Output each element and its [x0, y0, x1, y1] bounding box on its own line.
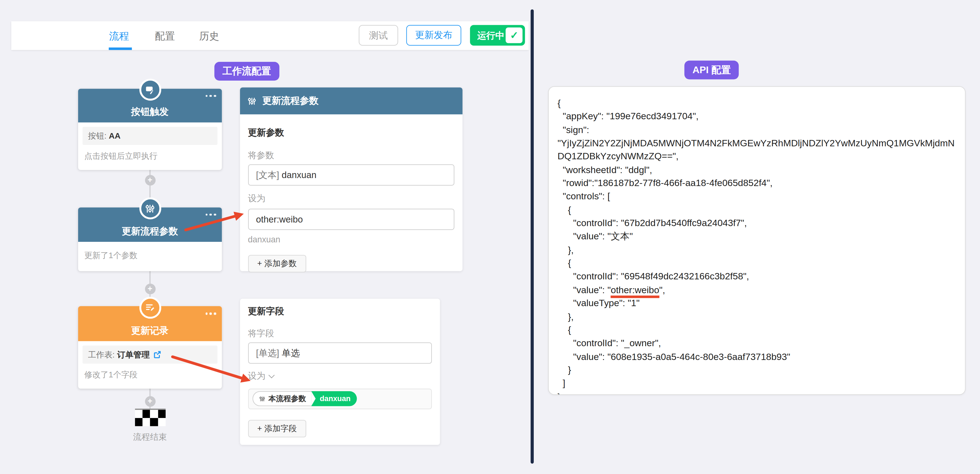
node-worksheet-row[interactable]: 工作表: 订单管理 — [82, 346, 217, 364]
node-more-icon[interactable] — [205, 313, 216, 315]
check-icon: ✓ — [505, 27, 524, 44]
update-fields-panel: 更新字段 将字段 [单选] 单选 设为 本流程参数 dan — [240, 298, 440, 445]
chevron-down-icon — [268, 372, 274, 378]
section-divider — [530, 9, 534, 464]
set-to-label[interactable]: 设为 — [248, 370, 432, 382]
param-label: 将参数 — [248, 150, 455, 161]
sliders-icon — [145, 203, 156, 214]
node-title: 按钮触发 — [78, 106, 221, 118]
field-label: 将字段 — [248, 328, 432, 339]
list-pencil-icon — [145, 302, 156, 313]
flow-end-label: 流程结束 — [106, 432, 194, 443]
api-config-panel: { "appKey": "199e76ecd3491704", "sign": … — [548, 86, 966, 395]
node-title: 更新流程参数 — [78, 225, 221, 237]
node-title: 更新记录 — [78, 325, 221, 337]
param-helper-text: danxuan — [248, 235, 455, 244]
add-node-button[interactable]: + — [145, 283, 155, 294]
sliders-icon — [258, 395, 266, 402]
field-select-input[interactable]: [单选] 单选 — [248, 342, 432, 363]
section-title: 更新参数 — [248, 127, 455, 138]
tab-config[interactable]: 配置 — [155, 30, 175, 43]
field-value-input[interactable]: 本流程参数 danxuan — [248, 388, 432, 409]
section-title: 更新字段 — [248, 298, 432, 317]
active-tab-indicator — [108, 48, 132, 50]
param-value-ribbon[interactable]: danxuan — [311, 391, 357, 406]
test-button[interactable]: 测试 — [359, 25, 398, 46]
add-node-button[interactable]: + — [145, 396, 155, 406]
node-description: 更新了1个参数 — [84, 250, 215, 261]
sliders-icon — [247, 96, 256, 106]
external-link-icon[interactable] — [153, 351, 161, 359]
param-select-input[interactable]: [文本] danxuan — [248, 164, 455, 186]
flow-end-flag-icon — [135, 408, 166, 426]
node-description: 点击按钮后立即执行 — [84, 150, 215, 162]
set-to-label: 设为 — [248, 193, 455, 204]
update-params-panel: 更新流程参数 更新参数 将参数 [文本] danxuan 设为 other:we… — [240, 87, 463, 271]
update-record-icon — [139, 297, 161, 318]
sliders-icon — [139, 197, 161, 219]
running-status-button[interactable]: 运行中 ✓ — [470, 25, 525, 46]
node-button-trigger[interactable]: 按钮触发 按钮: AA 点击按钮后立即执行 — [78, 89, 221, 170]
add-node-button[interactable]: + — [145, 175, 155, 185]
tab-flow[interactable]: 流程 — [109, 30, 129, 43]
workflow-config-badge: 工作流配置 — [214, 62, 279, 81]
add-field-button[interactable]: + 添加字段 — [248, 420, 306, 437]
button-click-icon — [145, 84, 156, 95]
panel-title: 更新流程参数 — [262, 95, 319, 107]
flow-param-tag[interactable]: 本流程参数 — [252, 391, 311, 406]
publish-button[interactable]: 更新发布 — [406, 25, 461, 46]
add-param-button[interactable]: + 添加参数 — [248, 255, 306, 272]
workflow-editor: 流程 配置 历史 测试 更新发布 运行中 ✓ 工作流配置 API 配置 + + … — [0, 0, 980, 474]
node-update-record[interactable]: 更新记录 工作表: 订单管理 修改了1个字段 — [78, 307, 221, 389]
param-value-input[interactable]: other:weibo — [248, 209, 455, 230]
api-config-badge: API 配置 — [684, 61, 739, 80]
node-more-icon[interactable] — [205, 213, 216, 216]
node-more-icon[interactable] — [205, 95, 216, 97]
node-button-row[interactable]: 按钮: AA — [82, 127, 217, 145]
tab-history[interactable]: 历史 — [199, 30, 219, 43]
top-toolbar: 流程 配置 历史 测试 更新发布 运行中 ✓ — [11, 21, 529, 50]
node-description: 修改了1个字段 — [84, 370, 215, 381]
running-status-label: 运行中 — [477, 30, 504, 42]
api-json-text: { "appKey": "199e76ecd3491704", "sign": … — [549, 87, 965, 395]
